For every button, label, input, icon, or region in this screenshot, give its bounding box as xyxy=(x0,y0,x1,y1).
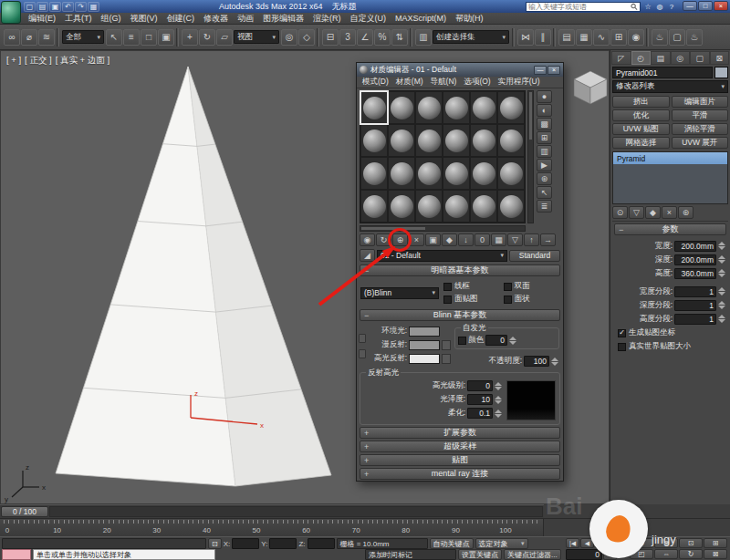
shader-basic-rollout-header[interactable]: − 明暗器基本参数 xyxy=(360,264,560,276)
sample-slot[interactable] xyxy=(443,124,470,157)
pick-material-from-object-icon[interactable]: ◢ xyxy=(360,249,375,262)
blinn-basic-rollout-header[interactable]: − Blinn 基本参数 xyxy=(360,309,560,321)
self-illum-color-checkbox[interactable] xyxy=(458,337,466,345)
make-unique-button[interactable]: ◆ xyxy=(645,206,661,219)
sample-slot[interactable] xyxy=(443,190,470,223)
sample-slot[interactable] xyxy=(497,157,525,190)
communication-center-icon[interactable]: ◍ xyxy=(654,2,665,12)
add-time-tag-button[interactable]: 添加时间标记 xyxy=(365,549,456,560)
maximize-button[interactable]: □ xyxy=(698,1,713,11)
menu-item[interactable]: MAXScript(M) xyxy=(391,14,451,23)
spinner[interactable] xyxy=(495,382,503,390)
put-material-to-scene-icon[interactable]: ↻ xyxy=(376,233,391,246)
menu-item[interactable]: 帮助(H) xyxy=(451,13,488,25)
menu-item[interactable]: 视图(V) xyxy=(126,13,162,25)
rollout-header[interactable]: +mental ray 连接 xyxy=(360,468,560,480)
tab-modify[interactable]: ◴ xyxy=(631,51,652,65)
sample-slot[interactable] xyxy=(388,157,415,190)
me-menu-item[interactable]: 实用程序(U) xyxy=(495,77,544,88)
video-color-check-icon[interactable]: ▥ xyxy=(537,145,552,158)
sample-slot[interactable] xyxy=(388,91,415,124)
save-file-icon[interactable]: ▣ xyxy=(49,2,61,12)
ambient-color-swatch[interactable] xyxy=(409,327,440,337)
modifier-button[interactable]: 涡轮平滑 xyxy=(672,123,729,135)
select-and-link-icon[interactable]: ∞ xyxy=(4,29,20,46)
param-checkbox[interactable]: ✓生成贴图坐标 xyxy=(618,327,728,339)
zoom-extents-all-button[interactable]: ⊞ xyxy=(704,538,727,548)
slots-horizontal-scrollbar[interactable] xyxy=(360,225,526,232)
scrollbar-thumb[interactable] xyxy=(529,92,532,140)
sample-slot[interactable] xyxy=(470,124,497,157)
spinner[interactable] xyxy=(718,287,726,296)
key-filter-selected-dropdown[interactable]: 选定对象 ▾ xyxy=(475,538,528,549)
mirror-icon[interactable]: ⋈ xyxy=(517,29,534,46)
specular-map-button[interactable] xyxy=(442,354,451,364)
material-id-channel-icon[interactable]: 0 xyxy=(474,233,490,246)
assign-material-to-selection-icon[interactable]: ⊕ xyxy=(392,233,408,246)
backlight-icon[interactable]: ◐ xyxy=(537,104,552,117)
keyboard-shortcut-override-icon[interactable]: ⊟ xyxy=(322,29,339,46)
param-checkbox[interactable]: 真实世界贴图大小 xyxy=(618,340,728,353)
sample-slot[interactable] xyxy=(443,157,470,190)
opacity-field[interactable]: 100 xyxy=(524,356,549,367)
bind-to-space-warp-icon[interactable]: ≋ xyxy=(38,29,55,46)
select-and-move-icon[interactable]: + xyxy=(182,29,198,46)
modifier-stack[interactable]: Pyramid xyxy=(612,151,728,204)
maximize-viewport-button[interactable]: ⊠ xyxy=(704,549,727,559)
auto-key-button[interactable]: 自动关键点 xyxy=(430,538,474,549)
spinner-snap-icon[interactable]: ⇅ xyxy=(391,29,408,46)
lock-ambient-diffuse-button[interactable] xyxy=(359,334,366,343)
modifier-button[interactable]: 编辑面片 xyxy=(672,96,729,108)
selection-filter-dropdown[interactable]: 全部▾ xyxy=(62,30,104,44)
tab-hierarchy[interactable]: ▤ xyxy=(651,51,671,65)
pyramid-object[interactable] xyxy=(56,67,331,486)
menu-item[interactable]: 编辑(E) xyxy=(24,13,60,25)
me-menu-item[interactable]: 导航(N) xyxy=(427,77,461,88)
align-icon[interactable]: ∥ xyxy=(535,29,551,46)
modifier-button[interactable]: 平滑 xyxy=(672,109,729,121)
modifier-button[interactable]: UVW 贴图 xyxy=(612,123,670,135)
schematic-view-icon[interactable]: ⊞ xyxy=(610,29,627,46)
render-setup-icon[interactable]: ♨ xyxy=(652,29,668,46)
use-pivot-point-center-icon[interactable]: ◎ xyxy=(281,29,297,46)
select-and-scale-icon[interactable]: ▱ xyxy=(216,29,233,46)
selection-lock-toggle[interactable]: ⊡ xyxy=(208,538,222,549)
sample-slot[interactable] xyxy=(470,91,497,124)
material-editor-titlebar[interactable]: 材质编辑器 - 01 - Default —× xyxy=(357,63,563,77)
undo-icon[interactable]: ↶ xyxy=(62,2,74,12)
named-selection-sets-dropdown[interactable]: 创建选择集▾ xyxy=(433,30,509,44)
depth-field[interactable]: 200.0mm xyxy=(674,254,716,265)
sample-slot[interactable] xyxy=(360,91,388,124)
orbit-button[interactable]: ↻ xyxy=(679,549,703,559)
selection-region-icon[interactable]: □ xyxy=(141,29,157,46)
sample-slot[interactable] xyxy=(470,157,497,190)
viewport-label-segment[interactable]: [ + ] xyxy=(6,55,21,67)
me-menu-item[interactable]: 选项(O) xyxy=(460,77,494,88)
go-to-parent-icon[interactable]: ↑ xyxy=(524,233,539,246)
diffuse-color-swatch[interactable] xyxy=(409,340,440,350)
stack-item-pyramid[interactable]: Pyramid xyxy=(613,152,727,164)
minimize-button[interactable]: — xyxy=(683,1,697,11)
menu-item[interactable]: 创建(C) xyxy=(162,13,200,25)
favorites-star-icon[interactable]: ☆ xyxy=(642,2,653,12)
graphite-ribbon-icon[interactable]: ▦ xyxy=(576,29,592,46)
me-menu-item[interactable]: 模式(D) xyxy=(359,77,392,88)
sample-slot[interactable] xyxy=(360,190,388,223)
pin-stack-button[interactable]: ⊙ xyxy=(612,206,628,219)
project-folder-icon[interactable]: ▦ xyxy=(88,2,99,12)
infocenter-search[interactable] xyxy=(526,2,641,12)
sample-slot[interactable] xyxy=(415,91,443,124)
search-input[interactable] xyxy=(528,3,629,11)
modifier-button[interactable]: 优化 xyxy=(612,109,670,121)
curve-editor-icon[interactable]: ∿ xyxy=(593,29,610,46)
spinner[interactable] xyxy=(718,269,726,277)
depth-segs-field[interactable]: 1 xyxy=(674,300,716,311)
me-close-button[interactable]: × xyxy=(548,66,560,75)
sample-type-icon[interactable]: ● xyxy=(537,90,552,103)
snaps-toggle-icon[interactable]: 3 xyxy=(339,29,356,46)
new-scene-icon[interactable]: ▢ xyxy=(24,2,36,12)
shader-flag-checkbox[interactable]: 双面 xyxy=(504,281,560,292)
spinner[interactable] xyxy=(718,315,726,323)
tab-utilities[interactable]: ⊠ xyxy=(710,51,730,65)
specular-level-field[interactable]: 0 xyxy=(467,380,493,391)
